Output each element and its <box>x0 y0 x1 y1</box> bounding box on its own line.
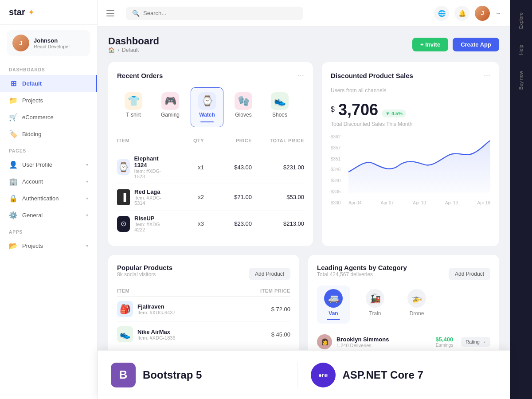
table-row: ▐ Red Laga Item: #XDG-5314 x2 $71.00 $53… <box>117 184 304 211</box>
bootstrap-title: Bootstrap 5 <box>143 369 202 381</box>
y-label: $335 <box>331 189 340 194</box>
user-name: Johnson <box>34 37 70 44</box>
agent-stat: 1,240 Deliveries <box>336 343 389 348</box>
sidebar-item-account[interactable]: 🏢 Account ▾ <box>0 173 97 190</box>
table-header: ITEM QTY PRICE TOTAL PRICE <box>117 134 304 147</box>
notification-icon-button[interactable]: 🔔 <box>454 6 469 21</box>
sidebar-user[interactable]: J Johnson React Developer <box>7 30 90 56</box>
total-cell: $53.00 <box>255 194 304 200</box>
x-label: Apr 10 <box>413 200 426 205</box>
sidebar-item-label: Authentication <box>22 195 82 202</box>
col-item: ITEM <box>117 288 237 293</box>
tab-label: Drone <box>410 310 424 317</box>
product-image: 👟 <box>117 326 133 342</box>
tab-van[interactable]: 🚐 Van <box>317 286 350 324</box>
item-name: Elephant 1324 <box>134 155 165 168</box>
sidebar-item-label: Projects <box>22 97 88 104</box>
item-details: Elephant 1324 Item: #XDG-1523 <box>134 155 165 179</box>
breadcrumb: 🏠 › Default <box>108 47 159 53</box>
item-id: Item: #XDG-4222 <box>134 222 165 232</box>
sidebar-item-ecommerce[interactable]: 🛒 eCommerce <box>0 109 97 125</box>
tab-shoes[interactable]: 👟 Shoes <box>263 87 296 127</box>
chevron-down-icon: ▾ <box>86 213 88 218</box>
qty-cell: x3 <box>168 220 204 227</box>
col-price: PRICE <box>207 138 252 143</box>
sidebar-item-authentication[interactable]: 🔒 Authentication ▾ <box>0 190 97 207</box>
topbar-actions: 🌐 🔔 J → <box>434 6 501 21</box>
add-product-button[interactable]: Add Product <box>249 268 290 280</box>
apps-label: APPS <box>0 223 97 237</box>
tab-gaming[interactable]: 🎮 Gaming <box>153 87 187 127</box>
discount-title: Discounted Product Sales <box>331 72 413 79</box>
chart-svg <box>348 134 490 193</box>
agent-category-tabs: 🚐 Van 🚂 Train 🚁 Drone <box>317 286 490 324</box>
aspnet-promo[interactable]: ●re ASP.NET Core 7 <box>297 363 497 387</box>
chart-y-labels: $362 $357 $351 $346 $340 $335 $330 <box>331 134 340 205</box>
item-id: Item: #XDG-5314 <box>134 195 165 206</box>
product-cell: 🎒 Fjallraven Item: #XDG-6437 <box>117 301 237 317</box>
card-menu-icon[interactable]: ··· <box>484 71 490 80</box>
table-row: ⌚ Elephant 1324 Item: #XDG-1523 x1 $43.0… <box>117 151 304 184</box>
item-name: Red Laga <box>134 188 165 195</box>
y-label: $346 <box>331 167 340 172</box>
col-qty: QTY <box>168 138 204 143</box>
logo-star-icon: ✦ <box>28 8 35 17</box>
sidebar-item-label: User Profile <box>22 161 82 168</box>
search-box[interactable]: 🔍 <box>126 7 303 20</box>
product-price: $ 45.00 <box>237 331 290 338</box>
breadcrumb-current: Default <box>122 47 139 53</box>
discount-badge: ▼ 4.5% <box>382 110 406 117</box>
train-icon: 🚂 <box>366 289 384 308</box>
globe-icon-button[interactable]: 🌐 <box>434 6 449 21</box>
add-agent-button[interactable]: Add Product <box>449 268 490 280</box>
topbar-arrow-icon[interactable]: → <box>495 10 501 16</box>
tab-watch[interactable]: ⌚ Watch <box>191 87 223 127</box>
sidebar-item-default[interactable]: ⊞ Default <box>0 75 97 92</box>
dashboard-top-grid: Recent Orders ··· 👕 T-shirt 🎮 Gaming <box>108 62 499 246</box>
folder-open-icon: 📂 <box>9 241 18 250</box>
tag-icon: 🏷️ <box>9 129 18 138</box>
sidebar-item-projects[interactable]: 📁 Projects <box>0 92 97 109</box>
item-image: ⊙ <box>117 216 130 232</box>
rating-button[interactable]: Rating → <box>461 337 490 347</box>
tab-train[interactable]: 🚂 Train <box>359 286 391 324</box>
price-cell: $23.00 <box>207 220 252 227</box>
product-name: Fjallraven <box>137 303 176 310</box>
buy-now-button[interactable]: Buy now <box>516 67 525 93</box>
aspnet-badge: ●re <box>311 363 336 387</box>
tab-gloves[interactable]: 🧤 Gloves <box>227 87 260 127</box>
sidebar-item-general[interactable]: ⚙️ General ▾ <box>0 207 97 223</box>
popular-products-title: Popular Products <box>117 264 172 271</box>
item-details: RiseUP Item: #XDG-4222 <box>134 215 165 232</box>
avatar: J <box>12 35 29 51</box>
bootstrap-promo[interactable]: B Bootstrap 5 <box>111 363 297 387</box>
product-cell: 👟 Nike AirMax Item: #XDG-1836 <box>117 326 237 342</box>
search-input[interactable] <box>143 10 297 16</box>
order-tabs: 👕 T-shirt 🎮 Gaming ⌚ Watch <box>117 87 304 127</box>
x-label: Apr 07 <box>381 200 394 205</box>
tab-tshirt[interactable]: 👕 T-shirt <box>117 87 150 127</box>
invite-button[interactable]: + Invite <box>412 38 448 51</box>
topbar-avatar[interactable]: J <box>475 6 490 21</box>
product-price: $ 72.00 <box>237 306 290 313</box>
sidebar-item-bidding[interactable]: 🏷️ Bidding <box>0 125 97 142</box>
sidebar-toggle-button[interactable] <box>106 7 119 20</box>
sidebar-item-apps-projects[interactable]: 📂 Projects ▾ <box>0 237 97 254</box>
tab-label: Train <box>369 310 381 317</box>
tab-drone[interactable]: 🚁 Drone <box>400 286 433 324</box>
item-cell: ⌚ Elephant 1324 Item: #XDG-1523 <box>117 155 165 179</box>
toggle-bar <box>106 10 114 11</box>
sidebar-item-label: Projects <box>22 243 82 249</box>
sidebar-item-user-profile[interactable]: 👤 User Profile ▾ <box>0 156 97 173</box>
create-app-button[interactable]: Create App <box>453 38 499 51</box>
card-menu-icon[interactable]: ··· <box>297 71 304 80</box>
chevron-down-icon: ▾ <box>86 179 88 184</box>
explore-button[interactable]: Explore <box>516 9 525 32</box>
recent-orders-title: Recent Orders <box>117 72 163 79</box>
watch-icon: ⌚ <box>198 92 216 110</box>
help-button[interactable]: Help <box>516 41 525 59</box>
item-details: Red Laga Item: #XDG-5314 <box>134 188 165 206</box>
user-icon: 👤 <box>9 160 18 169</box>
y-label: $330 <box>331 200 340 205</box>
x-label: Apr 18 <box>477 200 490 205</box>
